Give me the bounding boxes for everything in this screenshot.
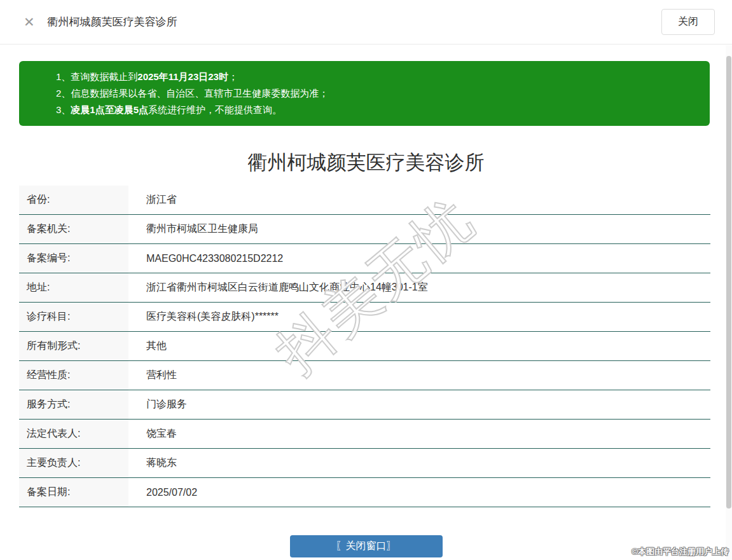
table-row: 诊疗科目: 医疗美容科(美容皮肤科)****** — [19, 303, 710, 332]
notice-line-3-num: 3、 — [56, 104, 71, 115]
notice-line-1-post: ； — [228, 71, 238, 82]
row-label: 地址: — [19, 273, 128, 302]
row-label: 诊疗科目: — [19, 303, 128, 331]
close-window-button[interactable]: 〖关闭窗口〗 — [290, 535, 443, 557]
row-value: 浙江省衢州市柯城区白云街道鹿鸣山文化商业中心14幢301-1室 — [128, 273, 710, 302]
table-row: 地址: 浙江省衢州市柯城区白云街道鹿鸣山文化商业中心14幢301-1室 — [19, 273, 710, 303]
row-value: 门诊服务 — [128, 390, 710, 419]
row-label: 备案机关: — [19, 215, 128, 243]
table-row: 法定代表人: 饶宝春 — [19, 420, 710, 449]
copyright-text: ©本图由平台注册用户上传 — [632, 546, 729, 557]
row-label: 服务方式: — [19, 390, 128, 419]
notice-line-3-post: 系统进行维护，不能提供查询。 — [148, 104, 282, 115]
table-row: 备案编号: MAEG0HC4233080215D2212 — [19, 244, 710, 273]
table-row: 主要负责人: 蒋晓东 — [19, 449, 710, 478]
row-label: 省份: — [19, 186, 128, 214]
page-title: 衢州柯城颜芙医疗美容诊所 — [0, 149, 732, 176]
notice-line-1-num: 1、 — [56, 71, 71, 82]
notice-line-1: 1、查询数据截止到2025年11月23日23时； — [56, 69, 697, 85]
row-value: 蒋晓东 — [128, 449, 710, 477]
notice-line-3-bold: 凌晨1点至凌晨5点 — [71, 104, 148, 115]
notice-line-3: 3、凌晨1点至凌晨5点系统进行维护，不能提供查询。 — [56, 102, 697, 118]
row-label: 备案日期: — [19, 478, 128, 507]
notice-line-2: 2、信息数据结果以各省、自治区、直辖市卫生健康委数据为准； — [56, 85, 697, 102]
button-row: 〖关闭窗口〗 — [0, 535, 732, 557]
notice-line-1-bold: 2025年11月23日23时 — [137, 71, 228, 82]
notice-line-2-text: 信息数据结果以各省、自治区、直辖市卫生健康委数据为准； — [71, 88, 328, 99]
table-row: 所有制形式: 其他 — [19, 332, 710, 361]
row-label: 法定代表人: — [19, 420, 128, 448]
table-row: 省份: 浙江省 — [19, 186, 710, 215]
scrollbar-thumb[interactable] — [726, 56, 731, 509]
info-table: 省份: 浙江省 备案机关: 衢州市柯城区卫生健康局 备案编号: MAEG0HC4… — [19, 186, 710, 507]
notice-line-1-text: 查询数据截止到 — [71, 71, 137, 82]
close-button[interactable]: 关闭 — [661, 9, 715, 35]
row-value: 营利性 — [128, 361, 710, 390]
row-label: 主要负责人: — [19, 449, 128, 477]
row-value: 衢州市柯城区卫生健康局 — [128, 215, 710, 243]
table-row: 经营性质: 营利性 — [19, 361, 710, 390]
row-value: MAEG0HC4233080215D2212 — [128, 244, 710, 273]
notice-box: 1、查询数据截止到2025年11月23日23时； 2、信息数据结果以各省、自治区… — [19, 61, 710, 126]
row-label: 所有制形式: — [19, 332, 128, 360]
notice-line-2-num: 2、 — [56, 88, 71, 99]
row-value: 饶宝春 — [128, 420, 710, 448]
row-value: 医疗美容科(美容皮肤科)****** — [128, 303, 710, 331]
header-title: 衢州柯城颜芙医疗美容诊所 — [48, 15, 177, 29]
row-value: 浙江省 — [128, 186, 710, 214]
row-label: 经营性质: — [19, 361, 128, 390]
close-x-icon[interactable]: ✕ — [24, 15, 35, 29]
table-row: 服务方式: 门诊服务 — [19, 390, 710, 420]
row-label: 备案编号: — [19, 244, 128, 273]
table-row: 备案日期: 2025/07/02 — [19, 478, 710, 507]
row-value: 2025/07/02 — [128, 478, 710, 507]
header: ✕ 衢州柯城颜芙医疗美容诊所 关闭 — [0, 0, 732, 44]
scrollbar[interactable] — [726, 45, 732, 560]
table-row: 备案机关: 衢州市柯城区卫生健康局 — [19, 215, 710, 244]
row-value: 其他 — [128, 332, 710, 360]
